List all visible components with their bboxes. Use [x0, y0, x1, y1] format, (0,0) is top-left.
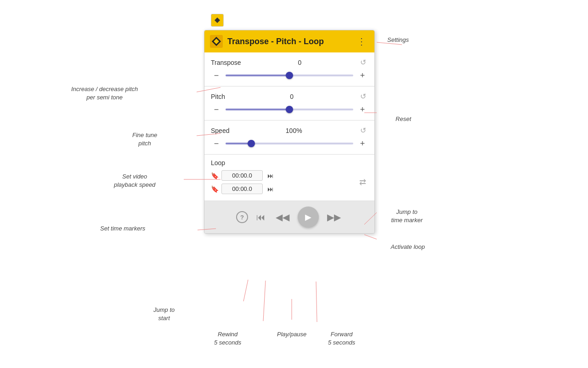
svg-marker-1 [215, 20, 220, 23]
svg-line-13 [243, 280, 248, 301]
play-pause-button[interactable]: ▶ [298, 207, 319, 228]
svg-line-14 [263, 281, 266, 321]
annotation-set-speed: Set videoplayback speed [114, 172, 155, 189]
forward-button[interactable]: ▶▶ [325, 210, 343, 224]
help-button[interactable]: ? [236, 211, 248, 223]
header-menu-button[interactable]: ⋮ [354, 35, 369, 48]
plugin-header: Transpose - Pitch - Loop ⋮ [204, 30, 374, 52]
play-icon: ▶ [305, 212, 311, 222]
transpose-slider-row: − + [211, 70, 368, 81]
pitch-decrease-button[interactable]: − [211, 105, 222, 114]
speed-label: Speed [211, 127, 229, 134]
transpose-slider-thumb[interactable] [286, 72, 293, 79]
loop-activate-button[interactable]: ⇄ [357, 175, 368, 189]
transpose-slider-fill [226, 75, 289, 76]
speed-value: 100% [286, 127, 302, 134]
speed-slider[interactable] [226, 143, 353, 144]
bookmark-1-icon[interactable]: 🔖 [211, 172, 219, 179]
annotation-reset: Reset [396, 115, 411, 123]
pitch-reset-button[interactable]: ↺ [358, 91, 368, 102]
transpose-decrease-button[interactable]: − [211, 71, 222, 80]
annotation-time-markers: Set time markers [100, 224, 145, 233]
pitch-row: Pitch 0 ↺ [211, 91, 368, 102]
pitch-slider-row: − + [211, 104, 368, 115]
transpose-label: Transpose [211, 59, 241, 66]
pitch-section: Pitch 0 ↺ − + [204, 86, 374, 121]
rewind-icon: ◀◀ [276, 212, 289, 223]
annotation-jump-start: Jump tostart [153, 306, 175, 322]
loop-marker-row-2: 🔖 ⏭ [211, 184, 354, 194]
speed-row: Speed 100% ↺ [211, 125, 368, 136]
loop-markers: 🔖 ⏭ 🔖 ⏭ [211, 170, 354, 194]
plugin-title: Transpose - Pitch - Loop [227, 37, 324, 46]
speed-slider-row: − + [211, 138, 368, 150]
jump-start-icon: ⏮ [256, 212, 266, 223]
annotation-forward: Forward5 seconds [328, 330, 355, 347]
svg-line-12 [364, 235, 377, 239]
transpose-increase-button[interactable]: + [357, 71, 368, 80]
rewind-button[interactable]: ◀◀ [274, 210, 291, 224]
transport-bar: ? ⏮ ◀◀ ▶ ▶▶ [204, 201, 374, 233]
speed-section: Speed 100% ↺ − + [204, 121, 374, 155]
pitch-slider-thumb[interactable] [286, 106, 293, 113]
pitch-slider[interactable] [226, 109, 353, 110]
transpose-row: Transpose 0 ↺ [211, 57, 368, 68]
loop-marker-row-1: 🔖 ⏭ [211, 170, 354, 181]
annotation-play-pause: Play/pause [277, 330, 306, 339]
speed-decrease-button[interactable]: − [211, 139, 222, 148]
pitch-increase-button[interactable]: + [357, 105, 368, 114]
svg-line-16 [316, 282, 317, 322]
pitch-label: Pitch [211, 93, 225, 100]
svg-marker-0 [215, 17, 220, 20]
loop-section: Loop 🔖 ⏭ 🔖 ⏭ ⇄ [204, 155, 374, 201]
pitch-slider-fill [226, 109, 289, 110]
annotation-jump-time: Jump totime marker [391, 208, 423, 224]
pitch-value: 0 [290, 93, 294, 100]
annotation-increase-decrease: Increase / decrease pitchper semi tone [71, 85, 138, 102]
jump-to-start-button[interactable]: ⏮ [254, 210, 267, 224]
loop-jump-start-button[interactable]: ⏭ [266, 171, 276, 180]
help-label: ? [240, 214, 244, 221]
annotation-rewind: Rewind5 seconds [214, 330, 241, 347]
plugin-panel: Transpose - Pitch - Loop ⋮ Transpose 0 ↺… [204, 30, 375, 234]
loop-rows: 🔖 ⏭ 🔖 ⏭ ⇄ [211, 170, 368, 194]
bookmark-2-icon[interactable]: 🔖 [211, 185, 219, 193]
transpose-value: 0 [298, 59, 301, 66]
annotation-activate-loop: Activate loop [391, 243, 425, 251]
speed-increase-button[interactable]: + [357, 139, 368, 148]
speed-reset-button[interactable]: ↺ [358, 125, 368, 136]
forward-icon: ▶▶ [327, 212, 341, 223]
plugin-logo-icon [210, 35, 223, 48]
transpose-reset-button[interactable]: ↺ [358, 57, 368, 68]
annotation-fine-tune: Fine tunepitch [132, 131, 157, 148]
resize-handle[interactable] [211, 14, 224, 27]
loop-start-time-input[interactable] [221, 170, 263, 181]
annotation-settings: Settings [387, 36, 409, 44]
loop-jump-end-button[interactable]: ⏭ [266, 184, 276, 194]
loop-label: Loop [211, 159, 368, 167]
transpose-section: Transpose 0 ↺ − + [204, 52, 374, 86]
speed-slider-thumb[interactable] [248, 140, 255, 147]
transpose-slider[interactable] [226, 75, 353, 76]
header-left: Transpose - Pitch - Loop [210, 35, 324, 48]
loop-end-time-input[interactable] [221, 184, 263, 194]
